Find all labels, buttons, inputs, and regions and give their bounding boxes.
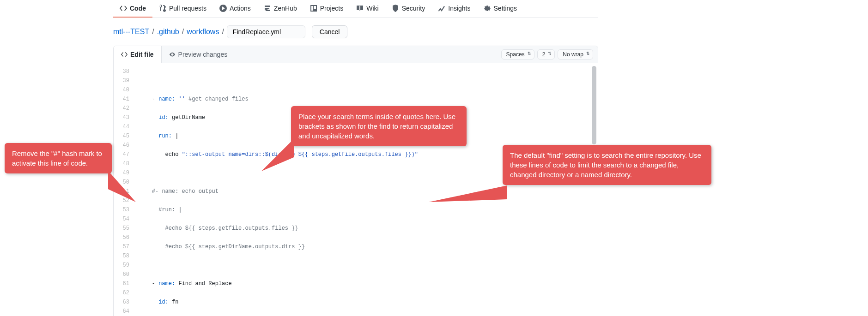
cancel-button[interactable]: Cancel xyxy=(312,25,348,38)
breadcrumb-workflows[interactable]: workflows xyxy=(187,28,219,36)
svg-marker-2 xyxy=(429,185,507,202)
tab-pr[interactable]: Pull requests xyxy=(152,0,213,18)
tab-projects-label: Projects xyxy=(320,5,344,12)
code-icon xyxy=(120,5,127,12)
tab-preview-changes[interactable]: Preview changes xyxy=(162,46,235,63)
tab-insights[interactable]: Insights xyxy=(431,0,477,18)
callout-left-text: Remove the "#" hash mark to activate thi… xyxy=(12,149,102,167)
breadcrumb-repo[interactable]: mtl---TEST xyxy=(113,28,149,36)
wrap-mode-select[interactable]: No wrap xyxy=(558,49,593,60)
svg-marker-0 xyxy=(108,171,136,202)
tab-code[interactable]: Code xyxy=(113,0,152,18)
tab-pr-label: Pull requests xyxy=(169,5,206,12)
callout-arrow-icon xyxy=(108,171,136,203)
code-icon xyxy=(121,51,127,58)
tab-code-label: Code xyxy=(130,5,146,12)
eye-icon xyxy=(169,51,176,58)
callout-right-text: The default "find" setting is to search … xyxy=(510,151,701,179)
tab-security[interactable]: Security xyxy=(385,0,432,18)
breadcrumb-sep: / xyxy=(152,28,154,36)
book-icon xyxy=(356,5,364,12)
projects-icon xyxy=(310,5,317,12)
scrollbar-thumb[interactable] xyxy=(592,66,596,144)
tab-settings-label: Settings xyxy=(494,5,517,12)
filename-input[interactable] xyxy=(227,25,305,38)
tab-actions[interactable]: Actions xyxy=(213,0,257,18)
callout-right: The default "find" setting is to search … xyxy=(503,145,711,185)
code-content[interactable]: - name: '' #get changed files id: getDir… xyxy=(135,63,598,316)
tab-security-label: Security xyxy=(402,5,425,12)
graph-icon xyxy=(438,5,445,12)
editor-tabs: Edit file Preview changes Spaces 2 No wr… xyxy=(114,46,598,63)
tab-edit-label: Edit file xyxy=(130,51,154,58)
tab-insights-label: Insights xyxy=(448,5,470,12)
shield-icon xyxy=(392,5,399,12)
breadcrumb-github[interactable]: .github xyxy=(157,28,179,36)
editor-controls: Spaces 2 No wrap xyxy=(501,49,598,60)
tab-preview-label: Preview changes xyxy=(178,51,228,58)
tab-zenhub[interactable]: ZenHub xyxy=(257,0,303,18)
callout-arrow-icon xyxy=(429,185,507,209)
svg-marker-1 xyxy=(261,139,294,171)
tab-wiki-label: Wiki xyxy=(366,5,378,12)
tab-projects[interactable]: Projects xyxy=(303,0,350,18)
gear-icon xyxy=(484,5,491,12)
tab-wiki[interactable]: Wiki xyxy=(350,0,385,18)
tab-zenhub-label: ZenHub xyxy=(274,5,297,12)
play-icon xyxy=(219,5,227,12)
breadcrumb-sep: / xyxy=(182,28,184,36)
callout-left: Remove the "#" hash mark to activate thi… xyxy=(5,143,112,173)
breadcrumb-sep: / xyxy=(222,28,224,36)
pull-request-icon xyxy=(159,5,166,12)
tab-edit-file[interactable]: Edit file xyxy=(114,46,162,63)
tab-settings[interactable]: Settings xyxy=(477,0,524,18)
repo-nav: Code Pull requests Actions ZenHub Projec… xyxy=(113,0,598,18)
breadcrumb: mtl---TEST / .github / workflows / Cance… xyxy=(113,25,598,38)
tab-actions-label: Actions xyxy=(230,5,251,12)
indent-mode-select[interactable]: Spaces xyxy=(501,49,534,60)
callout-top: Place your search terms inside of quotes… xyxy=(291,106,467,146)
indent-size-select[interactable]: 2 xyxy=(537,49,555,60)
code-area[interactable]: 3839404142434445464748495051525354555657… xyxy=(114,63,598,316)
zenhub-icon xyxy=(264,5,271,12)
callout-top-text: Place your search terms inside of quotes… xyxy=(298,113,455,140)
callout-arrow-icon xyxy=(261,139,298,171)
